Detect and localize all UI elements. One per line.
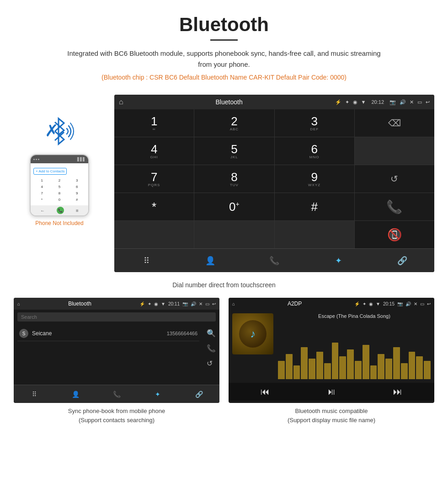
viz-bar [324, 363, 331, 379]
pb-apps-icon[interactable]: ⠿ [25, 385, 43, 403]
phone-status-dots [33, 159, 39, 160]
album-art-inner: ♪ [239, 320, 267, 348]
phone-key-8: 8 [51, 190, 68, 196]
pb-bt-bottom-icon[interactable]: ✦ [149, 385, 167, 403]
dial-key-7[interactable]: 7PQRS [114, 165, 194, 193]
a2dp-vol-icon[interactable]: 🔊 [405, 301, 411, 306]
dial-key-6[interactable]: 6MNO [275, 137, 354, 165]
music-visualizer [278, 322, 431, 379]
viz-bar [301, 347, 308, 379]
dial-key-1[interactable]: 1∞ [114, 109, 194, 137]
pb-call-icon[interactable]: 📞 [207, 344, 216, 353]
pb-contact-name: Seicane [32, 330, 163, 337]
dial-key-5[interactable]: 5JKL [194, 137, 274, 165]
prev-track-button[interactable]: ⏮ [261, 386, 270, 397]
pb-vol-icon[interactable]: 🔊 [191, 301, 196, 306]
dial-key-empty-4 [275, 221, 354, 248]
pb-phone-icon[interactable]: 📞 [107, 385, 126, 403]
phonebook-panel: ⌂ Bluetooth ⚡ ✦ ◉ ▼ 20:11 📷 🔊 ✕ ▭ ↩ [14, 298, 219, 424]
home-icon[interactable]: ⌂ [119, 98, 123, 106]
car-link-icon[interactable]: 🔗 [393, 252, 411, 270]
phonebook-caption: Sync phone-book from mobile phone(Suppor… [68, 407, 165, 424]
main-content: ✗ ▋▋▋ + Add to Contacts [0, 95, 448, 272]
pb-contacts-icon[interactable]: 👤 [66, 385, 85, 403]
signal-icon: ▼ [361, 99, 366, 105]
pb-search-input[interactable] [17, 312, 216, 322]
car-bluetooth-icon[interactable]: ✦ [329, 252, 347, 270]
a2dp-back-icon[interactable]: ↩ [427, 301, 431, 306]
a2dp-win-icon[interactable]: ▭ [420, 301, 424, 306]
phone-call-button[interactable]: 📞 [57, 207, 64, 214]
car-time: 20:12 [371, 99, 384, 105]
music-caption: Bluetooth music compatible(Support displ… [288, 407, 375, 424]
pb-close-icon[interactable]: ✕ [199, 301, 203, 306]
a2dp-home-icon[interactable]: ⌂ [232, 301, 235, 306]
next-track-button[interactable]: ⏭ [393, 386, 402, 397]
pb-home-icon[interactable]: ⌂ [17, 301, 20, 306]
title-divider [210, 39, 238, 41]
car-apps-icon[interactable]: ⠿ [137, 252, 155, 270]
pb-contact-letter: S [19, 329, 28, 338]
music-screen: ⌂ A2DP ⚡ ✦ ◉ ▼ 20:15 📷 🔊 ✕ ▭ ↩ ♪ [229, 298, 434, 403]
pb-bt-icon: ✦ [148, 301, 151, 306]
close-icon[interactable]: ✕ [410, 99, 414, 105]
phone-key-2: 2 [51, 177, 68, 183]
viz-bar [355, 361, 362, 379]
phone-key-3: 3 [69, 177, 85, 183]
car-status-bar: ⌂ Bluetooth ⚡ ✦ ◉ ▼ 20:12 📷 🔊 ✕ ▭ ↩ [114, 95, 434, 109]
car-screen-title: Bluetooth [127, 98, 331, 106]
pb-contact-phone: 13566664466 [167, 331, 197, 336]
camera-icon[interactable]: 📷 [389, 99, 396, 105]
dial-key-star[interactable]: * [114, 193, 194, 220]
bluetooth-specs: (Bluetooth chip : CSR BC6 Default Blueto… [9, 74, 439, 81]
phone-back-icon: ← [40, 208, 45, 213]
music-info: Escape (The Pina Colada Song) [278, 313, 431, 379]
dial-key-2[interactable]: 2ABC [194, 109, 274, 137]
dial-key-3[interactable]: 3DEF [275, 109, 354, 137]
dial-key-call-red[interactable]: 📵 [355, 221, 434, 248]
dial-key-8[interactable]: 8TUV [194, 165, 274, 193]
play-pause-button[interactable]: ⏯ [327, 386, 336, 397]
dial-key-hash[interactable]: # [275, 193, 354, 220]
pb-search-icon[interactable]: 🔍 [207, 329, 216, 338]
dial-key-4[interactable]: 4GHI [114, 137, 194, 165]
dial-key-empty-3 [194, 221, 274, 248]
viz-bar [370, 365, 377, 379]
bt-music-icon: ♪ [250, 327, 256, 340]
phone-key-9: 9 [69, 190, 85, 196]
pb-camera-icon[interactable]: 📷 [182, 301, 188, 306]
dial-key-9[interactable]: 9WXYZ [275, 165, 354, 193]
bluetooth-status-icon: ✦ [345, 99, 349, 105]
window-icon[interactable]: ▭ [417, 99, 422, 105]
page-title: Bluetooth [9, 14, 439, 36]
dial-key-0[interactable]: 0+ [194, 193, 274, 220]
a2dp-camera-icon[interactable]: 📷 [397, 301, 403, 306]
viz-bar [378, 354, 384, 379]
viz-bar [363, 345, 369, 379]
dial-key-refresh[interactable]: ↺ [355, 165, 434, 193]
phone-dialpad: 1 2 3 4 5 6 7 8 9 * 0 # [33, 177, 85, 203]
music-content: ♪ Escape (The Pina Colada Song) [229, 310, 434, 383]
dial-key-backspace[interactable]: ⌫ [355, 109, 434, 137]
pb-back-icon[interactable]: ↩ [212, 301, 216, 306]
pb-refresh-icon[interactable]: ↺ [207, 359, 216, 368]
pb-win-icon[interactable]: ▭ [205, 301, 209, 306]
pb-link-icon[interactable]: 🔗 [190, 385, 208, 403]
car-phone-icon[interactable]: 📞 [265, 252, 283, 270]
viz-bar [332, 343, 339, 379]
volume-icon[interactable]: 🔊 [400, 99, 406, 105]
car-contacts-icon[interactable]: 👤 [201, 252, 219, 270]
dial-key-call-green[interactable]: 📞 [355, 193, 434, 220]
a2dp-close-icon[interactable]: ✕ [414, 301, 417, 306]
viz-bar [385, 359, 392, 379]
phone-key-star: * [33, 197, 50, 203]
viz-bar [393, 347, 400, 379]
pb-contact-row[interactable]: S Seicane 13566664466 [17, 326, 199, 341]
usb-icon: ⚡ [335, 99, 341, 105]
dial-caption: Dial number direct from touchscreen [0, 281, 448, 289]
a2dp-gps-icon: ◉ [369, 301, 373, 306]
phone-key-hash: # [69, 197, 85, 203]
a2dp-status-bar: ⌂ A2DP ⚡ ✦ ◉ ▼ 20:15 📷 🔊 ✕ ▭ ↩ [229, 298, 434, 310]
a2dp-bt-icon: ✦ [363, 301, 366, 306]
back-icon[interactable]: ↩ [426, 99, 430, 105]
